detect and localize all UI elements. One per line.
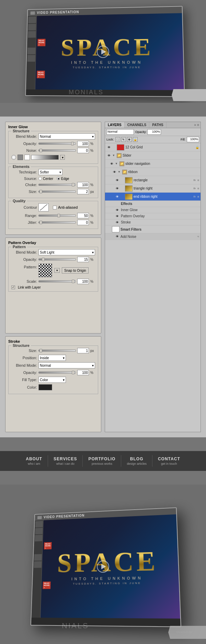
choke-input[interactable] bbox=[77, 182, 89, 187]
eye-icon[interactable]: 👁 bbox=[115, 220, 119, 225]
expand-icon[interactable]: » bbox=[194, 123, 196, 127]
nav-item-blog[interactable]: BLOG design articles bbox=[121, 455, 152, 467]
source-edge-option[interactable]: Edge bbox=[57, 177, 69, 181]
opacity-thumb bbox=[71, 142, 74, 145]
nav-item-contact[interactable]: CONTACT get in touch bbox=[152, 455, 186, 467]
pattern-swatch[interactable] bbox=[38, 264, 52, 277]
stroke-position-dropdown[interactable]: Inside bbox=[38, 355, 66, 361]
blend-mode-dropdown[interactable]: Normal bbox=[106, 129, 134, 135]
layer-end-ribbon-right[interactable]: 👁 end ribbon right fx ≡ bbox=[105, 193, 201, 201]
eye-icon[interactable]: 👁 bbox=[115, 178, 119, 183]
size-input[interactable] bbox=[77, 189, 89, 194]
range-slider[interactable] bbox=[38, 215, 76, 217]
blend-mode-dropdown[interactable]: Normal bbox=[38, 133, 95, 139]
effect-name: Stroke bbox=[121, 220, 131, 224]
gradient-swatch[interactable] bbox=[31, 155, 59, 160]
range-thumb bbox=[57, 214, 60, 217]
layer-slider[interactable]: 👁 ▼ 📁 Slider bbox=[105, 151, 201, 160]
noise-slider[interactable] bbox=[38, 149, 76, 151]
scale-input[interactable] bbox=[77, 279, 89, 284]
stroke-blend-row: Blend Mode: Normal bbox=[11, 362, 95, 368]
lock-pixels-icon[interactable]: ✎ bbox=[121, 137, 126, 142]
read-more-btn-b2[interactable]: READ MORE » bbox=[43, 582, 50, 589]
menu-icon[interactable]: ≡ bbox=[197, 123, 199, 127]
blend-mode-label: Blend Mode: bbox=[11, 134, 37, 138]
eye-icon[interactable]: 👁 bbox=[106, 153, 111, 158]
stroke-size-input[interactable] bbox=[77, 348, 89, 353]
color-swatch[interactable] bbox=[38, 384, 52, 390]
scale-slider[interactable] bbox=[38, 280, 76, 282]
contour-label: Contour bbox=[11, 205, 37, 209]
eye-icon[interactable]: 👁 bbox=[106, 145, 111, 150]
color-swatch-white[interactable] bbox=[24, 155, 30, 160]
tab-layers[interactable]: LAYERS bbox=[105, 122, 125, 128]
jitter-slider[interactable] bbox=[38, 221, 76, 223]
size-slider[interactable] bbox=[38, 191, 76, 193]
po-blend-dropdown[interactable]: Soft Light bbox=[38, 249, 95, 255]
noise-input[interactable] bbox=[77, 148, 89, 153]
eye-icon[interactable]: 👁 bbox=[112, 170, 117, 174]
lock-transparent-icon[interactable]: ⬚ bbox=[115, 137, 120, 142]
nav-label-about: ABOUT bbox=[26, 457, 42, 461]
read-more-button[interactable]: READ MORE » bbox=[37, 39, 45, 46]
expand-arrow-icon[interactable]: ▼ bbox=[118, 170, 121, 173]
contour-preview[interactable] bbox=[38, 203, 49, 211]
po-opacity-slider[interactable] bbox=[38, 258, 76, 260]
stroke-opacity-slider[interactable] bbox=[38, 372, 76, 374]
choke-slider[interactable] bbox=[38, 184, 76, 186]
inner-glow-effect[interactable]: 👁 Inner Glow bbox=[105, 207, 201, 213]
glow-mode-radial[interactable] bbox=[11, 155, 16, 160]
technique-dropdown[interactable]: Softer bbox=[38, 169, 62, 175]
nav-item-services[interactable]: SERVICES what I can do bbox=[48, 455, 83, 467]
eye-icon[interactable]: 👁 bbox=[109, 161, 114, 166]
eye-icon[interactable]: 👁 bbox=[115, 214, 119, 219]
smart-filters: Smart Filters bbox=[105, 226, 201, 233]
jitter-input[interactable] bbox=[77, 220, 89, 225]
layer-slider-navigation[interactable]: 👁 ▼ 📁 slider navigation bbox=[105, 160, 201, 168]
color-swatch-dark[interactable] bbox=[18, 155, 23, 160]
po-opacity-input[interactable] bbox=[77, 257, 89, 262]
layer-rectangle[interactable]: 👁 rectangle fx ≡ bbox=[105, 176, 201, 184]
eye-icon[interactable]: 👁 bbox=[115, 234, 119, 239]
play-button[interactable] bbox=[97, 46, 109, 58]
nav-item-portfolio[interactable]: PORTFOLIO previous works bbox=[83, 455, 121, 467]
filter-options-icon[interactable]: ≈ bbox=[197, 235, 199, 238]
options-icon[interactable]: ≡ bbox=[197, 179, 199, 182]
eye-icon[interactable]: 👁 bbox=[115, 194, 119, 199]
expand-arrow-icon[interactable]: ▼ bbox=[115, 162, 118, 165]
layer-ribbon[interactable]: 👁 ▼ 📁 ribbon bbox=[105, 168, 201, 176]
opacity-slider[interactable] bbox=[38, 143, 76, 145]
read-more-btn-b1[interactable]: READ MORE » bbox=[44, 542, 52, 549]
nav-item-about[interactable]: ABOUT who I am bbox=[20, 455, 48, 467]
layer-12-col-grid[interactable]: 👁 12 Col Grid 🔒 bbox=[105, 143, 201, 151]
tab-channels[interactable]: CHANNELS bbox=[125, 122, 150, 128]
add-noise-filter[interactable]: 👁 Add Noise ≈ bbox=[105, 233, 201, 240]
read-more-button-2[interactable]: READ MORE » bbox=[37, 71, 45, 78]
opacity-input[interactable] bbox=[77, 141, 89, 146]
pattern-picker-btn[interactable]: ▾ bbox=[54, 268, 60, 273]
link-layer-checkbox[interactable]: ✓ bbox=[11, 285, 15, 289]
po-blend-chevron-icon bbox=[92, 251, 94, 254]
stroke-opacity-input[interactable] bbox=[77, 370, 89, 375]
gradient-options-btn[interactable]: ▾ bbox=[60, 155, 65, 160]
layer-triangle-right[interactable]: 👁 triangle right fx ≡ bbox=[105, 184, 201, 193]
lock-position-icon[interactable]: ✥ bbox=[127, 137, 132, 142]
tab-paths[interactable]: PATHS bbox=[149, 122, 166, 128]
fill-value[interactable]: 100% bbox=[187, 137, 199, 142]
stroke-blend-dropdown[interactable]: Normal bbox=[38, 362, 95, 368]
stroke-size-slider[interactable] bbox=[38, 350, 76, 352]
options-icon[interactable]: ≡ bbox=[197, 195, 199, 198]
anti-alias-checkbox[interactable] bbox=[53, 206, 57, 209]
source-center-option[interactable]: Center bbox=[38, 177, 53, 181]
eye-icon[interactable]: 👁 bbox=[115, 186, 119, 191]
lock-all-icon[interactable]: 🔒 bbox=[133, 137, 138, 142]
range-input[interactable] bbox=[77, 213, 89, 218]
stroke-effect[interactable]: 👁 Stroke bbox=[105, 219, 201, 226]
fill-type-dropdown[interactable]: Color bbox=[38, 377, 66, 383]
pattern-overlay-effect[interactable]: 👁 Pattern Overlay bbox=[105, 213, 201, 219]
snap-to-origin-button[interactable]: Snap to Origin bbox=[62, 267, 89, 274]
opacity-value[interactable]: 100% bbox=[147, 129, 161, 135]
options-icon[interactable]: ≡ bbox=[197, 187, 199, 190]
expand-arrow-icon[interactable]: ▼ bbox=[112, 154, 116, 157]
eye-icon[interactable]: 👁 bbox=[115, 208, 119, 212]
